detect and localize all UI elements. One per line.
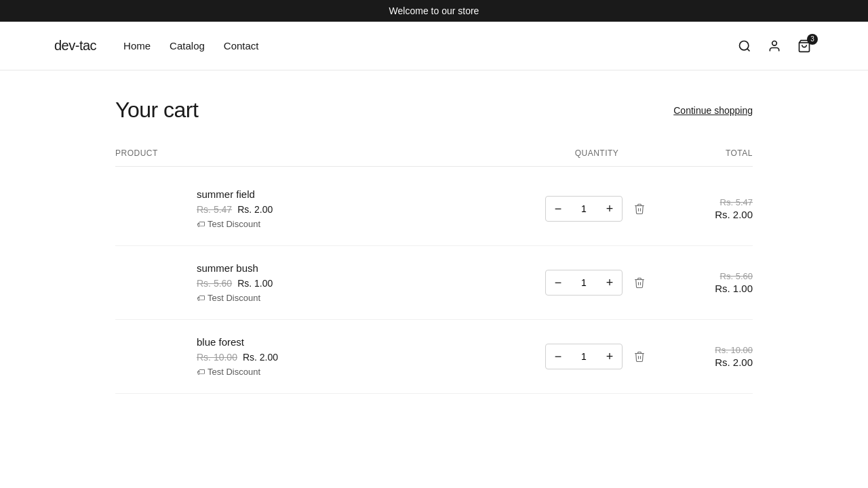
cart-items-list: summer field Rs. 5.47 Rs. 2.00 🏷 Test Di… [115, 172, 753, 394]
item-total-sale: Rs. 1.00 [715, 283, 753, 294]
quantity-control: − + [545, 270, 623, 296]
item-prices: Rs. 10.00 Rs. 2.00 [197, 352, 529, 363]
item-name: blue forest [197, 336, 529, 348]
item-name: summer field [197, 188, 529, 200]
svg-point-1 [772, 41, 777, 45]
remove-item-button[interactable] [631, 274, 648, 291]
col-product-header: PRODUCT [115, 148, 529, 158]
tag-icon: 🏷 [197, 367, 205, 377]
trash-icon [633, 203, 646, 215]
item-info: blue forest Rs. 10.00 Rs. 2.00 🏷 Test Di… [115, 336, 529, 377]
quantity-section: − + [529, 270, 665, 296]
quantity-section: − + [529, 196, 665, 222]
quantity-input[interactable] [570, 277, 597, 288]
nav-home[interactable]: Home [123, 40, 151, 52]
item-total: Rs. 5.60 Rs. 1.00 [665, 271, 753, 294]
item-price-original: Rs. 10.00 [197, 352, 237, 363]
cart-count-badge: 3 [807, 34, 818, 45]
nav-catalog[interactable]: Catalog [170, 40, 205, 52]
item-total: Rs. 10.00 Rs. 2.00 [665, 345, 753, 368]
search-button[interactable] [735, 37, 754, 56]
quantity-increase-button[interactable]: + [597, 197, 622, 221]
item-total-original: Rs. 10.00 [665, 345, 753, 355]
main-content: Your cart Continue shopping PRODUCT QUAN… [61, 70, 807, 421]
cart-title: Your cart [115, 98, 198, 123]
col-total-header: TOTAL [665, 148, 753, 158]
svg-point-0 [740, 41, 749, 49]
tag-icon: 🏷 [197, 220, 205, 229]
cart-item: blue forest Rs. 10.00 Rs. 2.00 🏷 Test Di… [115, 320, 753, 394]
discount-badge: 🏷 Test Discount [197, 293, 529, 303]
item-info: summer bush Rs. 5.60 Rs. 1.00 🏷 Test Dis… [115, 262, 529, 303]
table-header: PRODUCT QUANTITY TOTAL [115, 143, 753, 167]
item-name: summer bush [197, 262, 529, 274]
quantity-input[interactable] [570, 203, 597, 214]
cart-button[interactable]: 3 [795, 37, 814, 56]
item-price-sale: Rs. 2.00 [237, 204, 273, 215]
quantity-input[interactable] [570, 351, 597, 362]
item-total-sale: Rs. 2.00 [715, 357, 753, 368]
nav-contact[interactable]: Contact [224, 40, 259, 52]
quantity-increase-button[interactable]: + [597, 270, 622, 295]
item-prices: Rs. 5.60 Rs. 1.00 [197, 278, 529, 289]
cart-header: Your cart Continue shopping [115, 98, 753, 123]
quantity-decrease-button[interactable]: − [546, 344, 570, 369]
discount-label: Test Discount [208, 219, 260, 229]
main-nav: Home Catalog Contact [123, 40, 735, 52]
item-price-original: Rs. 5.60 [197, 278, 232, 289]
discount-label: Test Discount [208, 367, 260, 377]
discount-label: Test Discount [208, 293, 260, 303]
quantity-control: − + [545, 196, 623, 222]
item-price-sale: Rs. 1.00 [237, 278, 273, 289]
cart-item: summer field Rs. 5.47 Rs. 2.00 🏷 Test Di… [115, 172, 753, 246]
user-icon [768, 39, 781, 53]
quantity-section: − + [529, 344, 665, 369]
quantity-decrease-button[interactable]: − [546, 270, 570, 295]
cart-item: summer bush Rs. 5.60 Rs. 1.00 🏷 Test Dis… [115, 246, 753, 320]
item-total: Rs. 5.47 Rs. 2.00 [665, 197, 753, 220]
item-price-original: Rs. 5.47 [197, 204, 232, 215]
item-prices: Rs. 5.47 Rs. 2.00 [197, 204, 529, 215]
discount-badge: 🏷 Test Discount [197, 367, 529, 377]
remove-item-button[interactable] [631, 200, 648, 218]
header-icons: 3 [735, 37, 814, 56]
logo[interactable]: dev-tac [54, 38, 96, 54]
item-info: summer field Rs. 5.47 Rs. 2.00 🏷 Test Di… [115, 188, 529, 229]
quantity-control: − + [545, 344, 623, 369]
account-button[interactable] [765, 37, 784, 56]
remove-item-button[interactable] [631, 348, 648, 365]
item-total-original: Rs. 5.47 [665, 197, 753, 207]
item-price-sale: Rs. 2.00 [243, 352, 278, 363]
quantity-decrease-button[interactable]: − [546, 197, 570, 221]
discount-badge: 🏷 Test Discount [197, 219, 529, 229]
item-total-sale: Rs. 2.00 [715, 209, 753, 220]
trash-icon [633, 277, 646, 289]
col-quantity-header: QUANTITY [529, 148, 665, 158]
tag-icon: 🏷 [197, 293, 205, 303]
trash-icon [633, 350, 646, 363]
continue-shopping-link[interactable]: Continue shopping [673, 105, 753, 116]
quantity-increase-button[interactable]: + [597, 344, 622, 369]
item-total-original: Rs. 5.60 [665, 271, 753, 281]
header: dev-tac Home Catalog Contact 3 [0, 22, 868, 70]
announcement-bar: Welcome to our store [0, 0, 868, 22]
search-icon [738, 39, 751, 53]
announcement-text: Welcome to our store [389, 5, 479, 16]
